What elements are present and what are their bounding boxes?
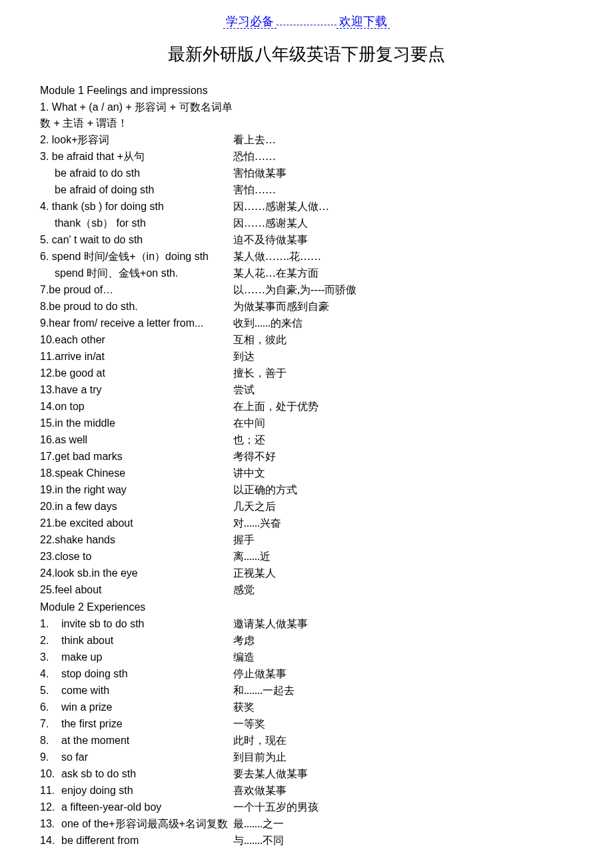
item-right: 害怕做某事 xyxy=(233,165,287,181)
list-item: 1. What + (a / an) + 形容词 + 可数名词单数 + 主语 +… xyxy=(40,99,573,131)
list-item: be afraid to do sth害怕做某事 xyxy=(40,165,573,181)
item-number: 7. xyxy=(40,716,61,732)
item-left: 25.feel about xyxy=(40,582,233,598)
item-right: 收到......的来信 xyxy=(233,315,303,331)
item-number: 13. xyxy=(40,816,61,832)
item-number: 5. xyxy=(40,683,61,699)
item-right: 正视某人 xyxy=(233,565,276,581)
item-left: 14.be different from xyxy=(40,833,233,849)
item-right: 也；还 xyxy=(233,432,265,448)
item-left: 21.be excited about xyxy=(40,515,233,531)
item-right: 在上面，处于优势 xyxy=(233,399,318,415)
list-item: 21.be excited about对......兴奋 xyxy=(40,515,573,531)
item-left: 2.think about xyxy=(40,633,233,649)
item-left: 15.in the middle xyxy=(40,415,233,431)
list-item: 1.invite sb to do sth邀请某人做某事 xyxy=(40,616,573,632)
item-left: 7.the first prize xyxy=(40,716,233,732)
list-item: 12.be good at擅长，善于 xyxy=(40,365,573,381)
item-right: 恐怕…… xyxy=(233,149,276,165)
item-right: 邀请某人做某事 xyxy=(233,616,308,632)
item-number: 14. xyxy=(40,833,61,849)
list-item: 5.come with和.......一起去 xyxy=(40,683,573,699)
item-right: 要去某人做某事 xyxy=(233,766,308,782)
list-item: 19.in the right way以正确的方式 xyxy=(40,482,573,498)
item-text: make up xyxy=(61,649,102,665)
item-left: 8.be proud to do sth. xyxy=(40,299,233,315)
item-right: 对......兴奋 xyxy=(233,515,281,531)
list-item: 20.in a few days几天之后 xyxy=(40,499,573,515)
link-download[interactable]: 欢迎下载 xyxy=(336,15,390,29)
item-right: 停止做某事 xyxy=(233,666,287,682)
item-text: one of the+形容词最高级+名词复数 xyxy=(61,816,228,832)
item-text: think about xyxy=(61,633,113,649)
item-left: 11.enjoy doing sth xyxy=(40,783,233,799)
module1-header: Module 1 Feelings and impressions xyxy=(40,83,573,99)
item-right: 获奖 xyxy=(233,699,255,715)
item-text: win a prize xyxy=(61,699,112,715)
item-right: 某人做…….花…… xyxy=(233,249,321,265)
item-left: 14.on top xyxy=(40,399,233,415)
item-right: 与.......不同 xyxy=(233,833,284,849)
item-left: 5.come with xyxy=(40,683,233,699)
item-number: 1. xyxy=(40,616,61,632)
item-left: 20.in a few days xyxy=(40,499,233,515)
item-number: 10. xyxy=(40,766,61,782)
item-right: 和.......一起去 xyxy=(233,683,295,699)
link-study[interactable]: 学习必备 xyxy=(223,15,277,29)
item-right: 一等奖 xyxy=(233,716,265,732)
item-left: 12.be good at xyxy=(40,365,233,381)
item-left: 11.arrive in/at xyxy=(40,349,233,365)
item-left: 7.be proud of… xyxy=(40,282,233,298)
link-spacer xyxy=(277,25,336,25)
item-text: invite sb to do sth xyxy=(61,616,145,632)
item-right: 感觉 xyxy=(233,582,255,598)
list-item: 17.get bad marks考得不好 xyxy=(40,449,573,465)
item-number: 4. xyxy=(40,666,61,682)
item-left: spend 时间、金钱+on sth. xyxy=(40,265,233,281)
item-left: 22.shake hands xyxy=(40,532,233,548)
item-text: at the moment xyxy=(61,733,129,749)
list-item: spend 时间、金钱+on sth.某人花…在某方面 xyxy=(40,265,573,281)
list-item: 24.look sb.in the eye正视某人 xyxy=(40,565,573,581)
list-item: 15.in the middle 在中间 xyxy=(40,415,573,431)
item-right: 害怕…… xyxy=(233,182,276,198)
item-left: 4. thank (sb ) for doing sth xyxy=(40,199,233,215)
item-left: 3.make up xyxy=(40,649,233,665)
item-right: 此时，现在 xyxy=(233,733,287,749)
module2-header: Module 2 Experiences xyxy=(40,599,573,615)
item-right: 到达 xyxy=(233,349,255,365)
item-number: 3. xyxy=(40,649,61,665)
item-right: 喜欢做某事 xyxy=(233,783,287,799)
list-item: 23.close to离......近 xyxy=(40,549,573,565)
item-right: 互相，彼此 xyxy=(233,332,287,348)
list-item: 4. thank (sb ) for doing sth因……感谢某人做… xyxy=(40,199,573,215)
item-number: 9. xyxy=(40,749,61,765)
item-left: 4.stop doing sth xyxy=(40,666,233,682)
list-item: 14.be different from与.......不同 xyxy=(40,833,573,849)
item-text: a fifteen-year-old boy xyxy=(61,799,161,815)
list-item: 10.each other互相，彼此 xyxy=(40,332,573,348)
item-number: 8. xyxy=(40,733,61,749)
list-item: 4.stop doing sth停止做某事 xyxy=(40,666,573,682)
list-item: 9.hear from/ receive a letter from...收到.… xyxy=(40,315,573,331)
content: Module 1 Feelings and impressions 1. Wha… xyxy=(40,83,573,849)
list-item: 2. look+形容词看上去… xyxy=(40,132,573,148)
item-text: the first prize xyxy=(61,716,123,732)
item-text: enjoy doing sth xyxy=(61,783,133,799)
list-item: thank（sb） for sth因……感谢某人 xyxy=(40,215,573,231)
item-right: 编造 xyxy=(233,649,255,665)
list-item: 3. be afraid that +从句恐怕…… xyxy=(40,149,573,165)
list-item: 7.be proud of…以……为自豪,为----而骄傲 xyxy=(40,282,573,298)
item-number: 11. xyxy=(40,783,61,799)
list-item: 7.the first prize一等奖 xyxy=(40,716,573,732)
list-item: 16.as well也；还 xyxy=(40,432,573,448)
item-left: 6. win a prize xyxy=(40,699,233,715)
list-item: 22.shake hands握手 xyxy=(40,532,573,548)
item-right: 某人花…在某方面 xyxy=(233,265,318,281)
item-left: 9.hear from/ receive a letter from... xyxy=(40,315,233,331)
item-right: 握手 xyxy=(233,532,255,548)
item-left: 3. be afraid that +从句 xyxy=(40,149,233,165)
list-item: 2.think about考虑 xyxy=(40,633,573,649)
item-right: 考虑 xyxy=(233,633,255,649)
item-left: 16.as well xyxy=(40,432,233,448)
